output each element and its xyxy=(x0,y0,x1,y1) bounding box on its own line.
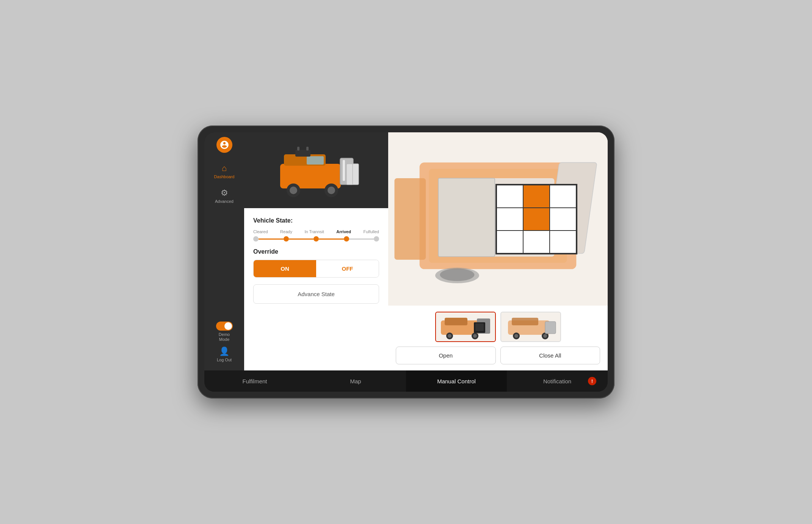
tab-manual-control[interactable]: Manual Control xyxy=(406,370,507,392)
tab-fulfilment-label: Fulfilment xyxy=(242,378,267,384)
logo-icon xyxy=(219,140,229,150)
override-buttons: ON OFF xyxy=(253,260,379,278)
sidebar-item-advanced[interactable]: ⚙ Advanced xyxy=(204,184,244,207)
dashboard-icon: ⌂ xyxy=(222,163,227,173)
state-arrived: Arrived xyxy=(336,229,351,234)
cell-2-0[interactable] xyxy=(497,231,523,253)
cell-2-1[interactable] xyxy=(523,231,550,253)
open-button[interactable]: Open xyxy=(396,347,496,364)
thumb-van-side-svg xyxy=(439,315,492,339)
demo-mode-toggle[interactable] xyxy=(216,322,233,331)
dot-ready xyxy=(284,236,289,242)
svg-rect-25 xyxy=(445,318,467,325)
sidebar: ⌂ Dashboard ⚙ Advanced DemoMode xyxy=(204,132,244,370)
control-panel: Vehicle State: Cleared Ready In Trannsit… xyxy=(244,208,388,370)
tab-manual-control-label: Manual Control xyxy=(437,378,476,384)
svg-point-38 xyxy=(543,334,547,338)
svg-point-36 xyxy=(514,334,518,338)
line-3 xyxy=(319,238,344,240)
svg-rect-19 xyxy=(438,178,495,257)
cell-0-1[interactable] xyxy=(523,185,550,208)
advanced-icon: ⚙ xyxy=(221,188,228,198)
tab-notification[interactable]: Notification ! xyxy=(507,370,608,392)
dashboard-label: Dashboard xyxy=(214,174,235,179)
tab-notification-label: Notification xyxy=(543,378,571,384)
state-track xyxy=(253,236,379,242)
notification-badge-text: ! xyxy=(591,378,593,384)
logout-item[interactable]: 👤 Log Out xyxy=(217,347,232,362)
override-on-button[interactable]: ON xyxy=(254,260,316,277)
svg-point-6 xyxy=(328,187,335,194)
logout-icon: 👤 xyxy=(219,347,229,356)
sidebar-bottom: DemoMode 👤 Log Out xyxy=(216,322,233,366)
thumbnail-row xyxy=(396,312,600,342)
thumb-van-top-svg xyxy=(504,315,557,339)
bottom-nav: Fulfilment Map Manual Control Notificati… xyxy=(204,370,608,392)
state-steps: Cleared Ready In Trannsit Arrived Fulful… xyxy=(253,229,379,234)
vehicle-state-section: Vehicle State: Cleared Ready In Trannsit… xyxy=(253,217,379,242)
svg-point-4 xyxy=(290,187,297,194)
svg-rect-12 xyxy=(297,147,299,151)
main-area: ⌂ Dashboard ⚙ Advanced DemoMode xyxy=(204,132,608,370)
cell-2-2[interactable] xyxy=(550,231,576,253)
sidebar-item-dashboard[interactable]: ⌂ Dashboard xyxy=(204,160,244,183)
state-in-transit: In Trannsit xyxy=(304,229,324,234)
demo-mode-container: DemoMode xyxy=(216,322,233,342)
svg-rect-39 xyxy=(545,322,556,334)
svg-rect-32 xyxy=(475,323,484,331)
dot-cleared xyxy=(253,236,259,242)
override-off-button[interactable]: OFF xyxy=(316,260,379,277)
notification-badge: ! xyxy=(588,377,596,385)
thumbnail-1[interactable] xyxy=(435,312,496,342)
cell-1-0[interactable] xyxy=(497,208,523,231)
override-section: Override ON OFF xyxy=(253,248,379,278)
tab-fulfilment[interactable]: Fulfilment xyxy=(204,370,305,392)
cell-1-2[interactable] xyxy=(550,208,576,231)
advance-state-button[interactable]: Advance State xyxy=(253,284,379,304)
override-title: Override xyxy=(253,248,379,255)
svg-point-29 xyxy=(473,334,477,338)
state-cleared: Cleared xyxy=(253,229,268,234)
svg-rect-34 xyxy=(512,318,538,325)
toggle-knob xyxy=(224,322,232,330)
van-view-area xyxy=(388,132,608,306)
svg-point-22 xyxy=(440,268,474,281)
compartment-grid xyxy=(495,184,577,254)
state-fulfilled: Fulfulled xyxy=(363,229,379,234)
svg-rect-2 xyxy=(307,156,324,165)
svg-point-27 xyxy=(448,334,451,338)
device-shell: ⌂ Dashboard ⚙ Advanced DemoMode xyxy=(198,126,614,398)
close-all-button[interactable]: Close All xyxy=(500,347,600,364)
demo-mode-label: DemoMode xyxy=(219,332,230,342)
action-buttons-row: Open Close All xyxy=(396,347,600,364)
vehicle-image-area xyxy=(244,132,388,208)
cell-0-2[interactable] xyxy=(550,185,576,208)
cell-1-1[interactable] xyxy=(523,208,550,231)
line-2 xyxy=(289,238,314,240)
line-1 xyxy=(259,238,284,240)
state-ready: Ready xyxy=(280,229,292,234)
tab-map[interactable]: Map xyxy=(305,370,406,392)
vehicle-state-title: Vehicle State: xyxy=(253,217,379,224)
logout-label: Log Out xyxy=(217,358,232,362)
thumbnail-2[interactable] xyxy=(500,312,561,342)
svg-rect-11 xyxy=(295,150,310,157)
content-area: Vehicle State: Cleared Ready In Trannsit… xyxy=(244,132,608,370)
dot-in-transit xyxy=(314,236,319,242)
right-panel: Open Close All xyxy=(388,132,608,370)
cell-0-0[interactable] xyxy=(497,185,523,208)
app-logo[interactable] xyxy=(216,137,232,153)
svg-rect-16 xyxy=(395,178,426,260)
dot-arrived xyxy=(344,236,349,242)
left-panel: Vehicle State: Cleared Ready In Trannsit… xyxy=(244,132,388,370)
svg-rect-8 xyxy=(343,160,345,181)
tab-map-label: Map xyxy=(350,378,361,384)
bottom-controls: Open Close All xyxy=(388,306,608,370)
vehicle-top-image xyxy=(273,143,360,198)
dot-fulfilled xyxy=(374,236,379,242)
line-4 xyxy=(349,238,374,240)
screen: ⌂ Dashboard ⚙ Advanced DemoMode xyxy=(204,132,608,392)
advanced-label: Advanced xyxy=(215,199,234,204)
svg-rect-13 xyxy=(306,147,309,151)
